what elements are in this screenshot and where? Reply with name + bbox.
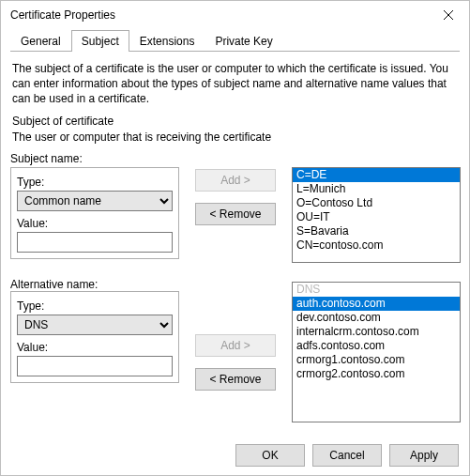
subject-list-item[interactable]: O=Contoso Ltd — [293, 196, 460, 210]
tab-extensions[interactable]: Extensions — [129, 30, 205, 52]
subject-type-label: Type: — [17, 176, 173, 189]
alt-value-label: Value: — [17, 341, 173, 354]
alt-listbox[interactable]: DNSauth.contoso.comdev.contoso.comintern… — [292, 282, 461, 422]
section-desc: The user or computer that is receiving t… — [12, 130, 458, 145]
alt-list-item[interactable]: crmorg1.contoso.com — [293, 353, 460, 367]
subject-value-input[interactable] — [17, 232, 173, 253]
alt-mid-buttons: Add > < Remove — [189, 278, 282, 391]
subject-list-item[interactable]: CN=contoso.com — [293, 238, 460, 253]
subject-mid-buttons: Add > < Remove — [189, 152, 282, 225]
alt-list-item[interactable]: crmorg2.contoso.com — [293, 367, 460, 381]
alt-list-item[interactable]: adfs.contoso.com — [293, 339, 460, 353]
subject-name-grid: Subject name: Type: Common name Value: A… — [10, 152, 460, 263]
alt-list-header: DNS — [293, 283, 460, 297]
subject-add-button[interactable]: Add > — [195, 169, 276, 192]
subject-listbox[interactable]: C=DEL=MunichO=Contoso LtdOU=ITS=BavariaC… — [292, 167, 461, 263]
alt-list-item[interactable]: dev.contoso.com — [293, 311, 460, 325]
subject-list-item[interactable]: C=DE — [293, 168, 460, 182]
alt-name-panel: Type: DNS Value: — [10, 291, 179, 383]
subject-type-select[interactable]: Common name — [17, 191, 173, 211]
alt-add-button[interactable]: Add > — [195, 334, 276, 357]
dialog-button-bar: OK Cancel Apply — [235, 444, 459, 467]
ok-button[interactable]: OK — [235, 444, 305, 467]
alt-remove-button[interactable]: < Remove — [195, 368, 276, 391]
subject-list-item[interactable]: OU=IT — [293, 210, 460, 224]
tab-subject[interactable]: Subject — [71, 30, 129, 52]
alt-type-label: Type: — [17, 299, 173, 313]
alt-name-section: Alternative name: Type: DNS Value: Add >… — [10, 278, 460, 422]
subject-name-heading: Subject name: — [10, 152, 179, 165]
tabstrip: General Subject Extensions Private Key — [10, 29, 460, 52]
subject-list-item[interactable]: S=Bavaria — [293, 224, 460, 238]
client-area: General Subject Extensions Private Key T… — [1, 29, 469, 432]
subject-name-panel: Type: Common name Value: — [10, 167, 179, 259]
close-icon — [444, 10, 453, 20]
alt-value-input[interactable] — [17, 356, 173, 376]
alt-name-heading: Alternative name: — [10, 278, 179, 291]
subject-remove-button[interactable]: < Remove — [195, 203, 276, 225]
section-heading: Subject of certificate — [12, 115, 458, 128]
alt-list-item[interactable]: internalcrm.contoso.com — [293, 325, 460, 339]
titlebar: Certificate Properties — [1, 1, 469, 29]
cancel-button[interactable]: Cancel — [312, 444, 382, 467]
tab-private-key[interactable]: Private Key — [205, 30, 282, 52]
alt-list-item[interactable]: auth.contoso.com — [293, 297, 460, 311]
window-title: Certificate Properties — [10, 8, 115, 22]
apply-button[interactable]: Apply — [389, 444, 459, 467]
tab-description: The subject of a certificate is the user… — [12, 61, 458, 107]
tab-general[interactable]: General — [10, 30, 71, 52]
close-button[interactable] — [428, 1, 469, 29]
alt-type-select[interactable]: DNS — [17, 315, 173, 335]
subject-list-item[interactable]: L=Munich — [293, 182, 460, 196]
subject-value-label: Value: — [17, 217, 173, 230]
